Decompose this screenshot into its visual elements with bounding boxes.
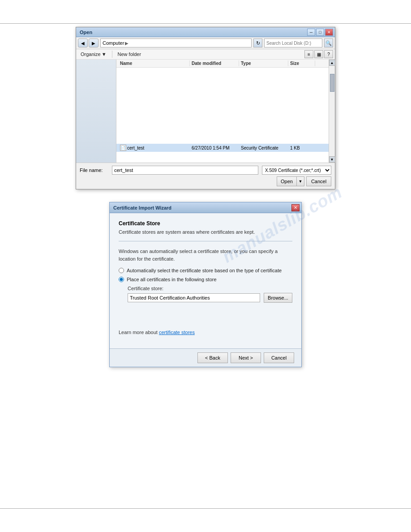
type-column-header[interactable]: Type xyxy=(239,60,288,66)
help-button[interactable]: ? xyxy=(324,50,333,58)
cert-section-desc: Certificate stores are system areas wher… xyxy=(119,229,292,235)
open-button-arrow[interactable]: ▼ xyxy=(296,176,304,186)
certificate-stores-link[interactable]: certificate stores xyxy=(159,330,195,335)
address-toolbar: ◀ ▶ Computer ▶ ↻ 🔍 xyxy=(76,37,335,49)
open-cancel-row: Open ▼ Cancel xyxy=(80,176,331,186)
close-button[interactable]: ✕ xyxy=(325,29,333,36)
cert-wizard-body: Certificate Store Certificate stores are… xyxy=(110,213,301,348)
radio-auto-label: Automatically select the certificate sto… xyxy=(127,268,282,273)
column-headers: Name Date modified Type Size xyxy=(116,60,329,68)
maximize-button[interactable]: □ xyxy=(316,29,324,36)
cert-section-title: Certificate Store xyxy=(119,220,292,227)
new-folder-button[interactable]: New folder xyxy=(115,51,144,58)
cert-wizard-close-button[interactable]: ✕ xyxy=(291,204,300,211)
open-button[interactable]: Open xyxy=(277,176,296,186)
filename-input[interactable] xyxy=(112,166,258,175)
open-dialog-bottom: File name: X.509 Certificate (*.cer;*.cr… xyxy=(76,163,335,189)
cert-store-input[interactable] xyxy=(128,293,260,302)
cert-divider xyxy=(119,241,292,241)
cancel-button[interactable]: Cancel xyxy=(264,352,294,363)
open-dialog-titlebar: Open ─ □ ✕ xyxy=(76,27,335,37)
forward-button[interactable]: ▶ xyxy=(89,39,98,47)
cert-wizard-titlebar: Certificate Import Wizard ✕ xyxy=(110,202,301,213)
table-row[interactable]: 📄 cert_test 6/27/2010 1:54 PM Security C… xyxy=(116,144,329,152)
filename-label: File name: xyxy=(80,167,112,173)
next-button[interactable]: Next > xyxy=(231,352,261,363)
titlebar-controls: ─ □ ✕ xyxy=(307,29,333,36)
file-size-cell: 1 KB xyxy=(288,145,315,151)
filename-row: File name: X.509 Certificate (*.cer;*.cr… xyxy=(80,166,331,175)
file-date-cell: 6/27/2010 1:54 PM xyxy=(190,145,239,151)
address-separator: ▶ xyxy=(125,41,128,46)
radio-manual-row: Place all certificates in the following … xyxy=(119,277,292,282)
back-button[interactable]: < Back xyxy=(197,352,228,363)
scrollbar-thumb[interactable] xyxy=(330,74,334,92)
minimize-button[interactable]: ─ xyxy=(307,29,315,36)
browse-button[interactable]: Browse... xyxy=(264,293,292,303)
refresh-button[interactable]: ↻ xyxy=(253,39,262,47)
cancel-button[interactable]: Cancel xyxy=(306,176,331,186)
file-list: Name Date modified Type Size 📄 cert_test… xyxy=(116,60,329,163)
file-type-cell: Security Certificate xyxy=(239,145,288,151)
file-rows-container: 📄 cert_test 6/27/2010 1:54 PM Security C… xyxy=(116,68,329,162)
cert-store-label: Certificate store: xyxy=(128,286,292,291)
learn-more-text: Learn more about certificate stores xyxy=(119,330,292,335)
back-button[interactable]: ◀ xyxy=(78,39,88,47)
file-name-cell: 📄 cert_test xyxy=(118,144,190,151)
scrollbar[interactable]: ▲ ▼ xyxy=(329,60,335,163)
radio-manual[interactable] xyxy=(119,277,124,282)
cert-file-icon: 📄 xyxy=(120,145,126,151)
address-bar[interactable]: Computer ▶ xyxy=(100,39,252,47)
cert-desc2: Windows can automatically select a certi… xyxy=(119,248,292,262)
search-icon[interactable]: 🔍 xyxy=(324,39,333,47)
view-grid-button[interactable]: ▦ xyxy=(314,50,323,58)
size-column-header[interactable]: Size xyxy=(288,60,315,66)
organize-button[interactable]: Organize ▼ xyxy=(78,51,109,58)
radio-auto[interactable] xyxy=(119,268,124,273)
cert-wizard-footer: < Back Next > Cancel xyxy=(110,348,301,367)
open-dialog-title: Open xyxy=(78,30,92,35)
nav-buttons: ◀ ▶ xyxy=(78,39,98,47)
open-file-dialog: Open ─ □ ✕ ◀ ▶ Computer ▶ ↻ 🔍 Organ xyxy=(76,27,335,189)
view-icons: ≡ ▦ ? xyxy=(304,50,333,58)
bottom-rule xyxy=(0,508,411,509)
radio-auto-row: Automatically select the certificate sto… xyxy=(119,268,292,273)
top-rule xyxy=(0,23,411,24)
page-wrapper: manualslib.com Open ─ □ ✕ ◀ ▶ Computer ▶… xyxy=(0,0,411,532)
filetype-select[interactable]: X.509 Certificate (*.cer;*.crt) xyxy=(262,166,331,175)
name-column-header[interactable]: Name xyxy=(118,60,190,66)
radio-manual-label: Place all certificates in the following … xyxy=(127,277,217,282)
file-browser-content: Name Date modified Type Size 📄 cert_test… xyxy=(76,60,335,163)
nav-pane xyxy=(76,60,116,163)
open-button-group: Open ▼ xyxy=(277,176,304,186)
cert-import-wizard: Certificate Import Wizard ✕ Certificate … xyxy=(109,202,302,367)
date-column-header[interactable]: Date modified xyxy=(190,60,239,66)
address-computer: Computer xyxy=(103,40,124,46)
organize-toolbar: Organize ▼ New folder ≡ ▦ ? xyxy=(76,49,335,60)
toolbar-divider xyxy=(112,51,112,58)
search-input[interactable] xyxy=(264,39,322,47)
view-change-button[interactable]: ≡ xyxy=(304,50,313,58)
cert-store-row: Browse... xyxy=(128,293,292,303)
cert-wizard-title: Certificate Import Wizard xyxy=(111,205,171,210)
